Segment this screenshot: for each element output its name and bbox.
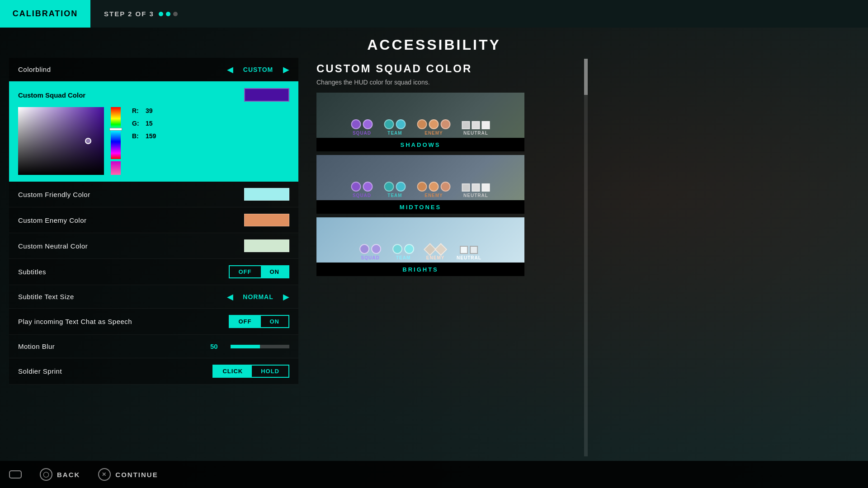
shadows-squad-label: SQUAD — [353, 131, 371, 136]
motion-blur-slider-track[interactable] — [231, 345, 289, 348]
text-chat-speech-off-btn[interactable]: OFF — [230, 316, 261, 327]
soldier-sprint-toggle[interactable]: CLICK HOLD — [212, 365, 289, 378]
color-gradient-box[interactable] — [18, 107, 104, 175]
custom-enemy-color-row: Custom Enemy Color — [9, 207, 298, 233]
panel-desc: Changes the HUD color for squad icons. — [316, 79, 850, 86]
rgb-b-row: B: 159 — [132, 132, 164, 140]
right-panel: CUSTOM SQUAD COLOR Changes the HUD color… — [307, 58, 859, 461]
continue-icon: ✕ — [98, 468, 111, 481]
shadows-label-bar: SHADOWS — [316, 138, 524, 151]
continue-label: CONTINUE — [115, 471, 158, 479]
page-title-area: ACCESSIBILITY — [0, 28, 868, 58]
color-gradient-cursor — [85, 138, 91, 144]
motion-blur-value: 50 — [210, 343, 224, 350]
brights-enemy-label: ENEMY — [426, 255, 445, 260]
step-dot-2 — [166, 12, 170, 16]
brights-preview-image: SQUAD TEAM — [316, 217, 524, 263]
panel-title: CUSTOM SQUAD COLOR — [316, 62, 850, 75]
hue-cursor — [109, 128, 122, 131]
brights-preview-section: SQUAD TEAM — [316, 217, 850, 276]
squad-color-preview[interactable] — [244, 88, 289, 102]
text-chat-speech-toggle[interactable]: OFF ON — [229, 315, 290, 328]
step-indicator: STEP 2 OF 3 — [90, 10, 191, 18]
text-chat-speech-on-btn[interactable]: ON — [261, 316, 289, 327]
midtones-squad-label: SQUAD — [353, 193, 371, 198]
color-picker-header: Custom Squad Color — [18, 88, 289, 102]
subtitle-size-next-btn[interactable]: ▶ — [283, 292, 289, 302]
r-label: R: — [132, 107, 141, 114]
brights-label-bar: BRIGHTS — [316, 263, 524, 276]
r-value[interactable]: 39 — [146, 107, 164, 114]
motion-blur-label: Motion Blur — [18, 343, 55, 350]
midtones-label-bar: MIDTONES — [316, 200, 524, 214]
subtitle-size-prev-btn[interactable]: ◀ — [227, 292, 233, 302]
soldier-sprint-label: Soldier Sprint — [18, 367, 62, 375]
shadows-team-label: TEAM — [387, 131, 402, 136]
step-dots — [159, 12, 178, 16]
shadows-label: SHADOWS — [401, 141, 441, 148]
subtitles-label: Subtitles — [18, 268, 46, 276]
subtitles-toggle[interactable]: OFF ON — [229, 265, 290, 278]
custom-friendly-color-row: Custom Friendly Color — [9, 182, 298, 207]
midtones-team-label: TEAM — [387, 193, 402, 198]
midtones-preview-section: SQUAD TEAM — [316, 155, 850, 214]
midtones-preview-image: SQUAD TEAM — [316, 155, 524, 200]
friendly-color-swatch[interactable] — [244, 188, 289, 201]
columns: Colorblind ◀ CUSTOM ▶ Custom Squad Color — [0, 58, 868, 461]
subtitles-row: Subtitles OFF ON — [9, 259, 298, 285]
colorblind-select[interactable]: ◀ CUSTOM ▶ — [227, 65, 289, 75]
opacity-bar[interactable] — [111, 161, 121, 175]
g-value[interactable]: 15 — [146, 120, 164, 127]
hue-bar-container — [111, 107, 121, 175]
colorblind-next-btn[interactable]: ▶ — [283, 65, 289, 75]
continue-button[interactable]: ✕ CONTINUE — [98, 468, 158, 481]
motion-blur-row: Motion Blur 50 — [9, 335, 298, 358]
midtones-enemy-label: ENEMY — [425, 193, 443, 198]
step-dot-3 — [173, 12, 178, 16]
back-button[interactable]: ◯ BACK — [40, 468, 80, 481]
enemy-color-label: Custom Enemy Color — [18, 216, 87, 224]
motion-blur-slider-group: 50 — [210, 343, 289, 350]
neutral-color-swatch[interactable] — [244, 239, 289, 252]
neutral-color-label: Custom Neutral Color — [18, 242, 88, 250]
top-bar: CALIBRATION STEP 2 OF 3 — [0, 0, 868, 28]
subtitle-text-size-label: Subtitle Text Size — [18, 293, 74, 300]
soldier-sprint-hold-btn[interactable]: HOLD — [252, 366, 288, 377]
g-label: G: — [132, 120, 141, 127]
color-picker-area: R: 39 G: 15 B: 159 — [18, 107, 289, 175]
b-label: B: — [132, 132, 141, 140]
main-content: ACCESSIBILITY Colorblind ◀ CUSTOM ▶ Cust… — [0, 28, 868, 461]
subtitles-off-btn[interactable]: OFF — [230, 266, 261, 277]
left-panel: Colorblind ◀ CUSTOM ▶ Custom Squad Color — [9, 58, 298, 461]
subtitle-text-size-select[interactable]: ◀ NORMAL ▶ — [227, 292, 289, 302]
calibration-tab[interactable]: CALIBRATION — [0, 0, 90, 28]
shadows-enemy-label: ENEMY — [425, 131, 443, 136]
shadows-preview-image: SQUAD TEAM — [316, 93, 524, 138]
colorblind-label: Colorblind — [18, 66, 51, 73]
subtitles-on-btn[interactable]: ON — [261, 266, 289, 277]
b-value[interactable]: 159 — [146, 132, 164, 140]
midtones-label: MIDTONES — [400, 204, 441, 211]
colorblind-value: CUSTOM — [240, 66, 276, 73]
color-picker-label: Custom Squad Color — [18, 91, 85, 99]
soldier-sprint-row: Soldier Sprint CLICK HOLD — [9, 358, 298, 385]
midtones-neutral-label: NEUTRAL — [463, 193, 488, 198]
shadows-neutral-label: NEUTRAL — [463, 131, 488, 136]
brights-squad-label: SQUAD — [361, 255, 380, 260]
gamepad-indicator — [9, 470, 22, 479]
step-dot-1 — [159, 12, 163, 16]
hue-bar[interactable] — [111, 107, 121, 159]
rgb-r-row: R: 39 — [132, 107, 164, 114]
enemy-color-swatch[interactable] — [244, 214, 289, 226]
step-label: STEP 2 OF 3 — [104, 10, 154, 18]
text-chat-speech-row: Play incoming Text Chat as Speech OFF ON — [9, 309, 298, 335]
text-chat-speech-label: Play incoming Text Chat as Speech — [18, 318, 132, 325]
soldier-sprint-click-btn[interactable]: CLICK — [213, 366, 252, 377]
custom-squad-color-expanded: Custom Squad Color R: — [9, 81, 298, 182]
back-icon: ◯ — [40, 468, 52, 481]
subtitle-size-value: NORMAL — [240, 293, 276, 300]
page-title: ACCESSIBILITY — [367, 37, 501, 53]
custom-neutral-color-row: Custom Neutral Color — [9, 233, 298, 259]
friendly-color-label: Custom Friendly Color — [18, 191, 90, 198]
colorblind-prev-btn[interactable]: ◀ — [227, 65, 233, 75]
